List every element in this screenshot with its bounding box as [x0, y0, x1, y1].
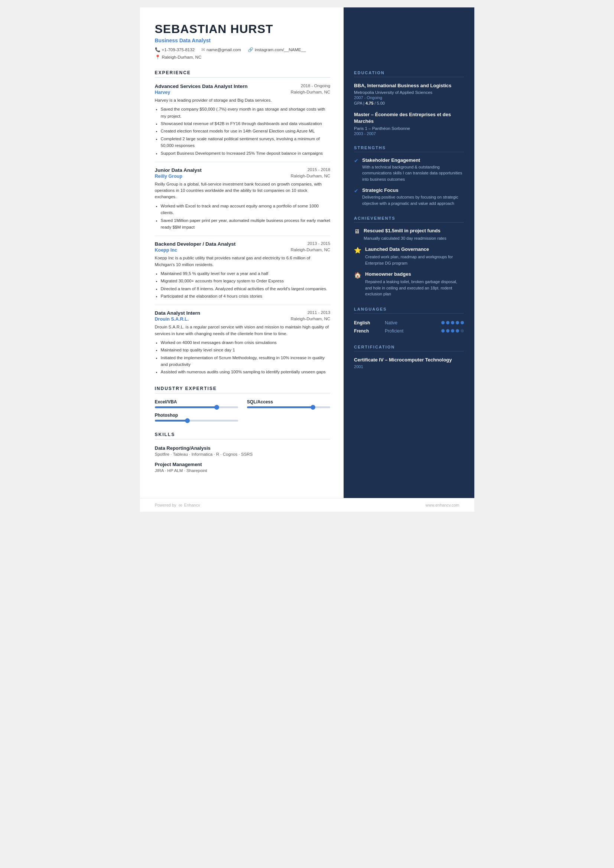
achievement-icon: 🖥 — [354, 228, 360, 235]
resume-header: SEBASTIAN HURST Business Data Analyst 📞 … — [155, 22, 331, 60]
strength-title: Stakeholder Engagement — [362, 157, 463, 163]
job-header: Junior Data Analyst 2015 - 2018 — [155, 167, 331, 173]
languages-title: LANGUAGES — [354, 307, 463, 313]
job-bullets-list: Worked with Excel to track and map accou… — [155, 203, 331, 231]
skill-group-title: Data Reporting/Analysis — [155, 445, 331, 451]
languages-table: English Native French Proficient — [354, 319, 463, 335]
skill-bar-fill — [247, 406, 314, 408]
language-dot — [456, 321, 459, 324]
strength-check-icon: ✔ — [354, 158, 358, 164]
experience-section-title: EXPERIENCE — [155, 70, 331, 78]
bullet-item: Participated at the elaboration of 4 hou… — [161, 293, 331, 299]
achievement-icon: ⭐ — [354, 247, 361, 254]
bullet-item: Completed 2 large scale national politic… — [161, 135, 331, 149]
language-dot — [460, 329, 464, 333]
strength-content: Stakeholder Engagement With a technical … — [362, 157, 463, 183]
bullet-item: Maintained top quality level since day 1 — [161, 347, 331, 353]
bullet-item: Worked on 4000 text messages drawn from … — [161, 339, 331, 346]
lang-dots-cell — [420, 319, 464, 327]
experience-item: Advanced Services Data Analyst Intern 20… — [155, 84, 331, 157]
skill-bar-item: Photoshop — [155, 413, 238, 422]
strengths-container: ✔ Stakeholder Engagement With a technica… — [354, 157, 463, 207]
strength-desc: With a technical background & outstandin… — [362, 164, 463, 183]
skill-bar-fill — [155, 420, 188, 422]
skill-bar-item: SQL/Access — [247, 399, 330, 408]
strength-content: Strategic Focus Delivering positive outc… — [362, 188, 463, 206]
strength-desc: Delivering positive outcomes by focusing… — [362, 194, 463, 206]
bullet-item: Saved 1Million paper print per year, aut… — [161, 217, 331, 231]
achievement-desc: Created work plan, roadmap and workgroup… — [365, 254, 463, 266]
job-dates: 2018 - Ongoing — [301, 84, 330, 88]
social-text: instagram.com/__NAME__ — [255, 48, 306, 52]
left-column: SEBASTIAN HURST Business Data Analyst 📞 … — [140, 8, 344, 498]
location-icon: 📍 — [155, 54, 160, 60]
achievement-title: Launched Data Governance — [365, 246, 463, 253]
resume-footer: Powered by ∞ Enhancv www.enhancv.com — [140, 498, 474, 512]
phone-icon: 📞 — [155, 47, 160, 52]
job-title: Data Analyst Intern — [155, 310, 201, 316]
bullet-item: Support Business Development to Increase… — [161, 150, 331, 157]
candidate-title: Business Data Analyst — [155, 37, 331, 43]
achievement-title: Homeowner badges — [365, 271, 463, 277]
skill-group-items: JIRA · HP ALM · Sharepoint — [155, 468, 331, 473]
skill-bar-fill — [155, 406, 217, 408]
lang-name: French — [354, 327, 385, 335]
bullet-item: Saved the company $50,000 (.7%) every mo… — [161, 106, 331, 119]
job-location: Raleigh-Durham, NC — [291, 174, 330, 179]
achievement-item: 🏠 Homeowner badges Repaired a leaking to… — [354, 271, 463, 297]
languages-section: LANGUAGES English Native French Proficie… — [354, 307, 463, 335]
email-item: ✉ name@gmail.com — [201, 47, 241, 52]
social-icon: 🔗 — [248, 47, 253, 52]
bullet-item: Directed a team of 8 interns. Analyzed e… — [161, 285, 331, 292]
education-section: EDUCATION BBA, International Business an… — [354, 71, 463, 136]
job-title: Junior Data Analyst — [155, 167, 202, 173]
bullet-item: Migrated 30,000+ accounts from legacy sy… — [161, 277, 331, 284]
language-dot — [441, 321, 445, 324]
language-dot — [446, 329, 449, 333]
phone-item: 📞 +1-709-375-8132 — [155, 47, 195, 52]
resume-wrapper: SEBASTIAN HURST Business Data Analyst 📞 … — [140, 8, 474, 512]
contact-info: 📞 +1-709-375-8132 ✉ name@gmail.com 🔗 ins… — [155, 47, 331, 60]
website-text: www.enhancv.com — [426, 503, 460, 507]
education-item: Master – Économie des Entreprises et des… — [354, 111, 463, 135]
language-dot — [451, 321, 454, 324]
job-bullets-list: Saved the company $50,000 (.7%) every mo… — [155, 106, 331, 157]
bullet-item: Initiated the implementation of Scrum Me… — [161, 354, 331, 368]
skills-section: SKILLS Data Reporting/Analysis Spotfire … — [155, 432, 331, 473]
skill-group: Project Management JIRA · HP ALM · Share… — [155, 462, 331, 473]
strengths-title: STRENGTHS — [354, 146, 463, 152]
job-company: Drouin S.A.R.L. — [155, 316, 189, 322]
strengths-section: STRENGTHS ✔ Stakeholder Engagement With … — [354, 146, 463, 207]
language-row: English Native — [354, 319, 463, 327]
achievement-icon: 🏠 — [354, 272, 361, 279]
job-title: Backend Developer / Data Analyst — [155, 241, 236, 247]
language-dot — [460, 321, 464, 324]
candidate-name: SEBASTIAN HURST — [155, 22, 331, 36]
skill-label: Excel/VBA — [155, 399, 238, 405]
edu-degree: Master – Économie des Entreprises et des… — [354, 111, 463, 125]
location-text: Raleigh-Durham, NC — [162, 55, 202, 59]
edu-degree: BBA, International Business and Logistic… — [354, 82, 463, 89]
lang-level: Proficient — [385, 327, 420, 335]
job-location: Raleigh-Durham, NC — [291, 248, 330, 253]
achievement-content: Homeowner badges Repaired a leaking toil… — [365, 271, 463, 297]
job-location: Raleigh-Durham, NC — [291, 316, 330, 322]
email-text: name@gmail.com — [207, 48, 241, 52]
edu-school: Metropolia University of Applied Science… — [354, 90, 463, 95]
bullet-item: Created election forecast models for use… — [161, 128, 331, 134]
skill-bar-track — [247, 406, 330, 408]
language-dot — [441, 329, 445, 333]
skill-group: Data Reporting/Analysis Spotfire · Table… — [155, 445, 331, 456]
location-item: 📍 Raleigh-Durham, NC — [155, 54, 202, 60]
languages-container: English Native French Proficient — [354, 319, 463, 335]
bullet-item: Showcased total revenue of $42B in FY16 … — [161, 120, 331, 127]
job-description: Reilly Group is a global, full-service i… — [155, 181, 331, 200]
bullet-item: Maintained 99,5 % quality level for over… — [161, 270, 331, 277]
resume-main: SEBASTIAN HURST Business Data Analyst 📞 … — [140, 8, 474, 498]
job-bullets-list: Maintained 99,5 % quality level for over… — [155, 270, 331, 300]
achievements-section: ACHIEVEMENTS 🖥 Rescued $1.5mill in proje… — [354, 216, 463, 297]
strength-check-icon: ✔ — [354, 188, 358, 194]
job-description: Drouin S.A.R.L. is a regular parcel serv… — [155, 324, 331, 337]
cert-year: 2001 — [354, 364, 463, 369]
job-dates: 2011 - 2013 — [308, 310, 330, 315]
